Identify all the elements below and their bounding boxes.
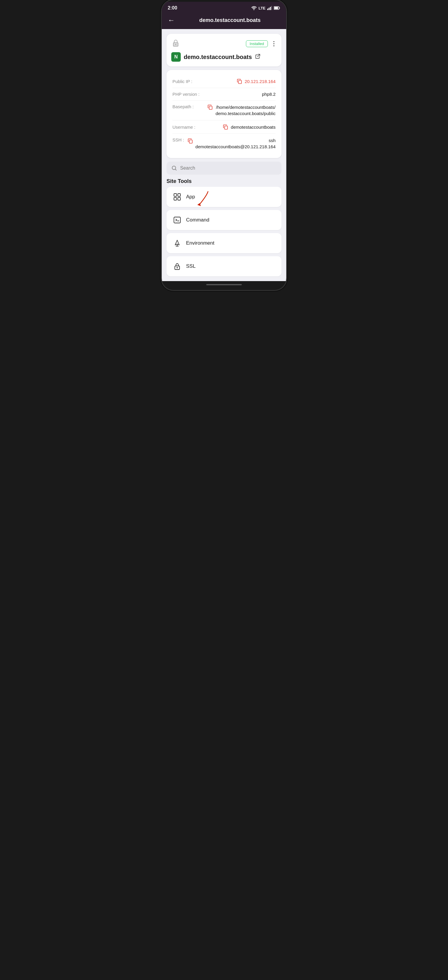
search-input[interactable] [180, 165, 277, 171]
site-tools-title: Site Tools [167, 178, 281, 185]
svg-rect-5 [274, 7, 278, 9]
svg-rect-10 [225, 126, 227, 129]
svg-rect-17 [178, 197, 180, 200]
lte-label: LTE [258, 6, 265, 10]
svg-rect-16 [174, 197, 176, 200]
site-tools-section: Site Tools App [167, 178, 281, 276]
basepath-line1: /home/demotestaccountboats/ [215, 104, 276, 110]
username-label: Username : [172, 124, 195, 130]
public-ip-value: 20.121.218.164 [237, 78, 276, 84]
tool-item-app[interactable]: App [167, 187, 281, 207]
status-bar: 2:00 LTE [162, 2, 286, 13]
username-row: Username : demotestaccountboats [172, 120, 276, 134]
ssh-row: SSH : ssh demotestaccountboats@20.121.21… [172, 134, 276, 153]
basepath-line2: demo.testaccount.boats/public [215, 110, 276, 116]
app-label: App [186, 194, 195, 200]
php-version-row: PHP version : php8.2 [172, 88, 276, 100]
command-label: Command [186, 217, 209, 223]
ssh-line1: ssh [195, 137, 276, 143]
command-icon [172, 215, 182, 225]
svg-rect-11 [189, 140, 192, 143]
site-name-row: N demo.testaccount.boats [171, 52, 277, 62]
ssh-value: ssh demotestaccountboats@20.121.218.164 [187, 137, 276, 150]
php-label: PHP version : [172, 92, 199, 97]
svg-rect-3 [272, 6, 272, 10]
public-ip-row: Public IP : 20.121.218.164 [172, 75, 276, 88]
site-name-text: demo.testaccount.boats [184, 54, 252, 60]
svg-rect-8 [238, 80, 241, 84]
page-title: demo.testaccount.boats [180, 17, 280, 24]
basepath-label: Basepath : [172, 104, 194, 109]
phone-frame: 2:00 LTE ← demo.testacco [162, 0, 286, 290]
external-link-icon[interactable] [255, 53, 261, 61]
ssl-icon [172, 261, 182, 271]
ssl-label: SSL [186, 263, 195, 269]
tool-item-command[interactable]: Command [167, 210, 281, 230]
back-button[interactable]: ← [168, 16, 175, 24]
copy-basepath-icon[interactable] [207, 104, 213, 110]
ssh-label: SSH : [172, 137, 184, 142]
svg-rect-14 [174, 194, 176, 196]
svg-rect-0 [267, 9, 268, 10]
username-value: demotestaccountboats [222, 124, 276, 130]
copy-username-icon[interactable] [222, 124, 229, 130]
lock-icon [171, 38, 180, 48]
info-card: Public IP : 20.121.218.164 PHP version :… [167, 70, 281, 158]
copy-public-ip-icon[interactable] [237, 78, 242, 84]
php-value: php8.2 [262, 92, 276, 97]
status-icons: LTE [251, 6, 280, 10]
more-menu-button[interactable]: ⋮ [271, 40, 277, 47]
site-card-header: Installed ⋮ [171, 38, 277, 49]
status-time: 2:00 [168, 5, 177, 11]
svg-rect-18 [174, 217, 180, 223]
ssh-line2: demotestaccountboats@20.121.218.164 [195, 143, 276, 150]
nginx-icon: N [171, 52, 181, 62]
public-ip-label: Public IP : [172, 79, 192, 84]
svg-rect-15 [178, 194, 180, 196]
lock-icon-container [171, 38, 180, 49]
basepath-value: /home/demotestaccountboats/ demo.testacc… [207, 104, 276, 116]
search-icon [171, 165, 177, 171]
environment-label: Environment [186, 240, 214, 246]
top-navigation-bar: ← demo.testaccount.boats [162, 13, 286, 29]
tool-item-ssl[interactable]: SSL [167, 256, 281, 276]
signal-icon [267, 6, 272, 10]
installed-badge: Installed [246, 40, 268, 47]
main-content: Installed ⋮ N demo.testaccount.boats P [162, 29, 286, 281]
site-card: Installed ⋮ N demo.testaccount.boats [167, 34, 281, 67]
battery-icon [274, 6, 280, 10]
copy-ssh-icon[interactable] [187, 138, 193, 144]
search-bar[interactable] [167, 162, 281, 175]
home-indicator [162, 281, 286, 290]
svg-rect-9 [209, 106, 212, 110]
wifi-icon [251, 6, 257, 10]
app-icon [172, 192, 182, 202]
svg-point-7 [175, 44, 176, 45]
svg-point-21 [176, 267, 178, 268]
basepath-row: Basepath : /home/demotestaccountboats/ d… [172, 100, 276, 120]
environment-icon [172, 239, 182, 248]
home-bar [206, 284, 242, 285]
tool-item-environment[interactable]: Environment [167, 233, 281, 253]
svg-rect-2 [270, 7, 271, 10]
svg-rect-1 [269, 8, 270, 10]
